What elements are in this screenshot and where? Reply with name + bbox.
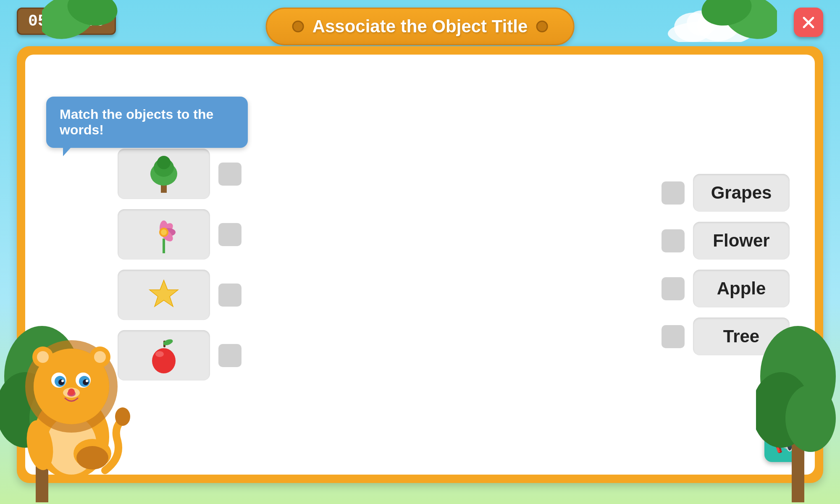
title-bar: Associate the Object Title (266, 8, 575, 45)
image-row-apple (118, 330, 242, 381)
image-row-star (118, 270, 242, 320)
inner-card: Match the objects to the words! (25, 55, 815, 475)
flower-left-checkbox[interactable] (218, 223, 242, 246)
grapes-word-box[interactable]: Grapes (693, 174, 790, 212)
svg-point-36 (76, 446, 108, 470)
image-row-flower (118, 209, 242, 260)
flower-image-box (118, 209, 210, 260)
title-dot-right (536, 21, 548, 32)
word-row-grapes: Grapes (662, 174, 790, 212)
connector-area (267, 67, 636, 462)
main-card: Match the objects to the words! (17, 46, 823, 483)
star-left-checkbox[interactable] (218, 284, 242, 307)
flower-label: Flower (713, 231, 769, 251)
svg-point-11 (785, 385, 836, 452)
right-tree-decoration (756, 250, 840, 504)
tree-left-checkbox[interactable] (218, 163, 242, 186)
close-button[interactable] (794, 8, 823, 37)
svg-point-55 (155, 351, 164, 357)
svg-point-54 (152, 348, 176, 373)
apple-right-checkbox[interactable] (662, 277, 685, 300)
apple-image-box (118, 330, 210, 381)
tree-right-checkbox[interactable] (662, 325, 685, 348)
grapes-right-checkbox[interactable] (662, 181, 685, 205)
svg-point-50 (161, 229, 167, 235)
svg-point-38 (115, 407, 130, 426)
flower-right-checkbox[interactable] (662, 229, 685, 252)
apple-left-checkbox[interactable] (218, 344, 242, 367)
tree-image-box (118, 149, 210, 199)
svg-point-34 (94, 351, 106, 363)
speech-bubble: Match the objects to the words! (46, 97, 248, 148)
image-row-tree (118, 149, 242, 199)
title-dot-left (292, 21, 304, 32)
top-leaves-left (42, 0, 118, 86)
svg-point-39 (68, 388, 75, 395)
grapes-label: Grapes (711, 183, 772, 203)
svg-rect-44 (163, 239, 165, 253)
top-leaves-right (701, 0, 777, 86)
lion-character (13, 302, 130, 479)
star-image-box (118, 270, 210, 320)
svg-marker-51 (150, 280, 178, 307)
svg-point-32 (37, 351, 49, 363)
tree-label: Tree (723, 326, 759, 346)
svg-point-28 (86, 380, 88, 382)
speech-bubble-text: Match the objects to the words! (60, 107, 213, 137)
svg-point-43 (157, 156, 171, 169)
page-title: Associate the Object Title (312, 16, 528, 37)
left-column (118, 149, 242, 381)
svg-point-27 (61, 380, 64, 382)
